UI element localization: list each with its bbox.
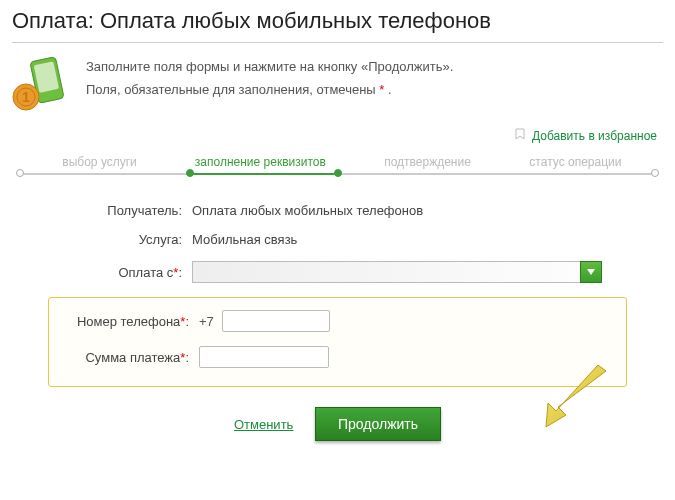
recipient-value: Оплата любых мобильных телефонов bbox=[192, 203, 423, 218]
step-2: заполнение реквизитов bbox=[195, 155, 326, 169]
payfrom-select[interactable] bbox=[192, 261, 602, 283]
step-1: выбор услуги bbox=[62, 155, 137, 169]
continue-button[interactable]: Продолжить bbox=[315, 407, 441, 441]
service-value: Мобильная связь bbox=[192, 232, 297, 247]
step-4: статус операции bbox=[529, 155, 621, 169]
progress-steps: выбор услуги заполнение реквизитов подтв… bbox=[16, 157, 659, 185]
instructions-text: Заполните поля формы и нажмите на кнопку… bbox=[86, 55, 453, 118]
phone-prefix: +7 bbox=[199, 314, 214, 329]
bookmark-icon bbox=[515, 128, 525, 143]
service-label: Услуга: bbox=[12, 232, 192, 247]
amount-input[interactable] bbox=[199, 346, 329, 368]
amount-label: Сумма платежа*: bbox=[55, 350, 199, 365]
dropdown-button[interactable] bbox=[580, 261, 602, 283]
add-favorite-link[interactable]: Добавить в избранное bbox=[532, 129, 657, 143]
phone-coin-icon: 1 bbox=[12, 55, 72, 118]
phone-label: Номер телефона*: bbox=[55, 314, 199, 329]
instructions-line2: Поля, обязательные для заполнения, отмеч… bbox=[86, 78, 453, 101]
cancel-link[interactable]: Отменить bbox=[234, 417, 293, 432]
payfrom-label: Оплата с*: bbox=[12, 265, 192, 280]
page-title: Оплата: Оплата любых мобильных телефонов bbox=[12, 8, 663, 43]
phone-input[interactable] bbox=[222, 310, 330, 332]
recipient-label: Получатель: bbox=[12, 203, 192, 218]
instructions-line1: Заполните поля формы и нажмите на кнопку… bbox=[86, 55, 453, 78]
required-fields-box: Номер телефона*: +7 Сумма платежа*: bbox=[48, 297, 627, 387]
step-3: подтверждение bbox=[384, 155, 471, 169]
svg-text:1: 1 bbox=[22, 89, 30, 105]
